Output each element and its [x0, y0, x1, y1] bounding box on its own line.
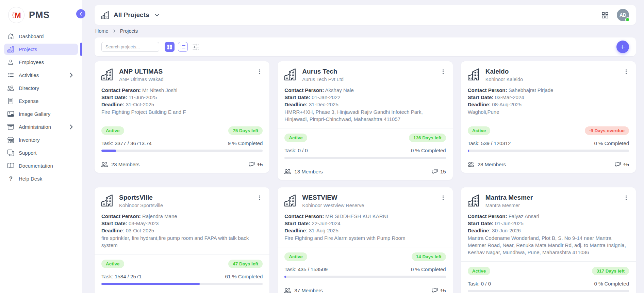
task-row: Task: 1584 / 2571 61 % Completed: [101, 274, 263, 279]
svg-text:?: ?: [9, 175, 13, 182]
sidebar-item-inventory[interactable]: Inventory: [4, 134, 78, 145]
buildings-icon: [101, 11, 109, 19]
search-input[interactable]: [101, 42, 159, 52]
project-selector-dropdown[interactable]: All Projects: [101, 11, 160, 19]
sidebar-item-projects[interactable]: Projects: [4, 44, 78, 55]
filter-button[interactable]: [192, 43, 199, 50]
breadcrumb-home[interactable]: Home: [95, 28, 109, 34]
project-card[interactable]: Mantra Mesmer Mantra Mesmer Contact Pers…: [461, 187, 636, 293]
kebab-menu-icon[interactable]: [440, 195, 446, 201]
sidebar-item-activities[interactable]: Activities: [4, 70, 78, 81]
sidebar-item-image-gallary[interactable]: Image Gallary: [4, 108, 78, 120]
days-left-badge: 75 Days left: [228, 126, 263, 135]
status-badge: Active: [468, 267, 491, 275]
card-footer: 13 Members 15: [284, 168, 446, 175]
sidebar-item-documentation[interactable]: Documentation: [4, 160, 78, 171]
sidebar-item-expense[interactable]: Expense: [4, 95, 78, 107]
sidebar-item-dashboard[interactable]: Dashboard: [4, 31, 78, 42]
members: 13 Members: [284, 168, 323, 175]
deadline-row: Deadline: 08-Aug-2025: [468, 101, 629, 108]
sidebar-collapse-button[interactable]: [76, 9, 85, 18]
deadline-row: Deadline: 30-Jun-2026: [468, 227, 629, 234]
task-count: Task: 435 / 153509: [284, 266, 328, 272]
chat-button[interactable]: 15: [249, 161, 263, 168]
document-icon: [7, 98, 14, 104]
project-description: HMRR+4XH, Phase 3, Hinjawadi Rajiv Gandh…: [284, 108, 446, 123]
chevron-left-icon: [79, 12, 83, 16]
person-icon: [7, 59, 14, 65]
kebab-menu-icon[interactable]: [440, 69, 446, 75]
grid-view-button[interactable]: [165, 42, 175, 52]
project-details: Contact Person: Akshay Nale Start Date: …: [284, 87, 446, 123]
days-left-badge: -9 Days overdue: [585, 126, 629, 135]
sidebar-item-support[interactable]: Support: [4, 147, 78, 158]
buildings-icon: [101, 68, 113, 80]
days-left-badge: 14 Days left: [412, 252, 446, 261]
sidebar-nav: Dashboard Projects Employees Activities …: [0, 29, 82, 186]
contact-person-value: Rajendra Mane: [142, 213, 177, 219]
start-date-label: Start Date:: [101, 94, 127, 100]
active-indicator: [80, 43, 82, 56]
add-project-button[interactable]: +: [616, 41, 629, 53]
completed-percent: 0 % Completed: [411, 266, 446, 272]
project-card[interactable]: Aurus Tech Aurus Tech Pvt Ltd Contact Pe…: [278, 61, 452, 180]
kebab-menu-icon[interactable]: [623, 195, 629, 201]
project-details: Contact Person: MR SIDDHESH KULKARNI Sta…: [284, 213, 446, 242]
list-icon: [7, 72, 14, 78]
status-badge: Active: [101, 260, 124, 268]
buildings-icon: [284, 195, 296, 206]
sidebar-item-directory[interactable]: Directory: [4, 82, 78, 94]
task-row: Task: 539 / 120312 0 % Completed: [468, 140, 629, 146]
app-logo: PMS: [0, 0, 82, 29]
task-row: Task: 0 / 0 0 % Completed: [468, 281, 629, 287]
chat-button[interactable]: 15: [432, 168, 446, 175]
archive-icon: [7, 124, 14, 130]
project-subtitle: ANP Ultimas Wakad: [119, 77, 164, 82]
app-name: PMS: [29, 10, 50, 20]
badges-row: Active 14 Days left: [284, 252, 446, 261]
card-footer: 37 Members 15: [284, 287, 446, 293]
deadline-row: Deadline: 31-Oct-2025: [101, 101, 263, 108]
project-name: Kaleido: [485, 68, 523, 75]
project-card[interactable]: Kaleido Kohinoor Kaleido Contact Person:…: [461, 61, 636, 173]
projects-grid: ANP ULTIMAS ANP Ultimas Wakad Contact Pe…: [95, 61, 636, 293]
sidebar-item-label: Image Gallary: [19, 111, 50, 117]
contact-person-label: Contact Person:: [468, 87, 507, 93]
main-content: All Projects AD Home Projects +: [82, 0, 644, 293]
sliders-icon: [192, 43, 199, 50]
list-view-button[interactable]: [178, 42, 188, 52]
progress-bar: [468, 150, 629, 152]
kebab-menu-icon[interactable]: [623, 69, 629, 75]
days-left-badge: 47 Days left: [228, 260, 263, 268]
people-icon: [284, 287, 291, 293]
project-card[interactable]: ANP ULTIMAS ANP Ultimas Wakad Contact Pe…: [95, 61, 269, 173]
avatar[interactable]: AD: [617, 9, 629, 21]
card-header: WESTVIEW Kohinoor Westview Reserve: [284, 194, 446, 208]
chevron-right-icon: [68, 72, 75, 78]
members: 37 Members: [284, 287, 323, 293]
sidebar: PMS Dashboard Projects Employees Activit…: [0, 0, 82, 293]
deadline-label: Deadline:: [284, 228, 308, 233]
chat-icon: [615, 161, 622, 168]
apps-grid-icon[interactable]: [601, 12, 609, 19]
chat-button[interactable]: 15: [615, 161, 629, 168]
card-header: Kaleido Kohinoor Kaleido: [468, 68, 629, 82]
sidebar-item-employees[interactable]: Employees: [4, 57, 78, 68]
kebab-menu-icon[interactable]: [257, 69, 263, 75]
sidebar-item-label: Support: [19, 150, 37, 156]
divider: [95, 157, 269, 157]
grid-view-icon: [167, 44, 172, 50]
sidebar-item-help-desk[interactable]: ? Help Desk: [4, 173, 78, 184]
divider: [95, 121, 269, 121]
project-card[interactable]: WESTVIEW Kohinoor Westview Reserve Conta…: [278, 187, 452, 293]
deadline-value: 31-Aug-2025: [309, 228, 338, 233]
deadline-row: Deadline: 31-Dec-2025: [284, 101, 446, 108]
contact-person-label: Contact Person:: [284, 87, 324, 93]
kebab-menu-icon[interactable]: [257, 195, 263, 201]
completed-percent: 9 % Completed: [228, 140, 263, 146]
sidebar-item-label: Help Desk: [19, 176, 42, 182]
chat-button[interactable]: 15: [432, 287, 446, 293]
sidebar-item-administration[interactable]: Administration: [4, 121, 78, 133]
contact-person-label: Contact Person:: [284, 213, 324, 219]
project-card[interactable]: SportsVille Kohinoor Sportsville Contact…: [95, 187, 269, 293]
